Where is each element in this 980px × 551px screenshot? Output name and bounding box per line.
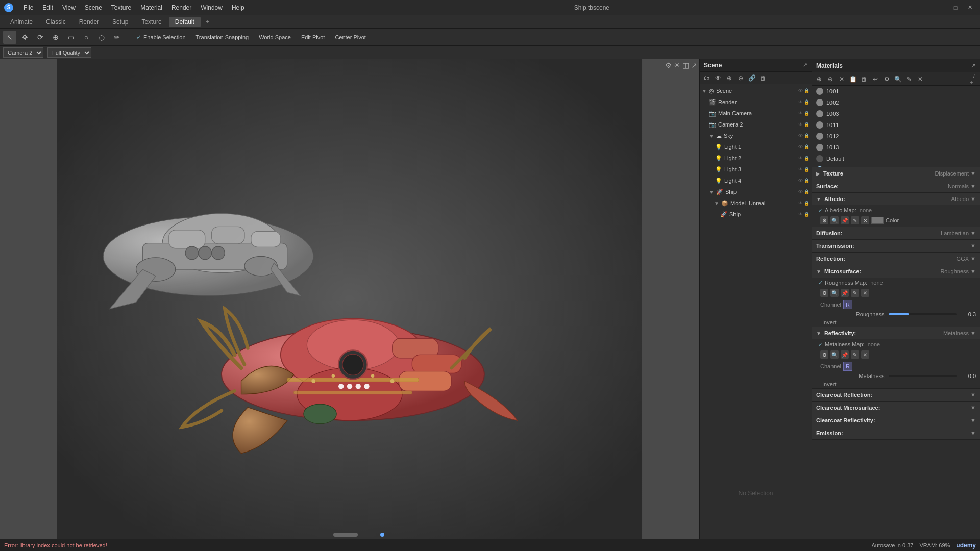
scene-node-light1[interactable]: 💡 Light 1 👁🔒 [700, 141, 812, 153]
move-tool[interactable]: ✥ [18, 31, 32, 44]
transmission-value[interactable]: ▼ [970, 243, 976, 249]
menu-render[interactable]: Render [167, 3, 195, 12]
clearcoat-reflection-header[interactable]: Clearcoat Reflection: ▼ [812, 389, 980, 401]
roughness-ctrl-settings[interactable]: ⚙ [820, 289, 828, 297]
mat-tool-edit[interactable]: ✎ [904, 74, 914, 84]
tab-add[interactable]: + [202, 17, 213, 27]
texture-section-header[interactable]: ▶ Texture Displacement ▼ [812, 167, 980, 180]
texture-dropdown[interactable]: Displacement ▼ [935, 170, 976, 177]
mat-item-1001[interactable]: 1001 [812, 86, 980, 97]
mat-tool-add[interactable]: ⊕ [814, 74, 824, 84]
scene-tool-link[interactable]: 🔗 [747, 73, 757, 83]
albedo-ctrl-pin[interactable]: 📌 [841, 216, 849, 224]
metalness-bar[interactable] [889, 375, 957, 377]
reflectivity-value[interactable]: Metalness ▼ [943, 330, 976, 336]
scroll-track[interactable] [315, 533, 376, 537]
menu-edit[interactable]: Edit [38, 3, 57, 12]
mat-item-1003[interactable]: 1003 [812, 108, 980, 119]
paint-tool[interactable]: ✏ [110, 31, 124, 44]
roughness-ctrl-clear[interactable]: ✕ [861, 289, 869, 297]
metalness-ctrl-settings[interactable]: ⚙ [820, 350, 828, 359]
mat-item-default[interactable]: Default [812, 153, 980, 164]
roughness-ctrl-pin[interactable]: 📌 [841, 289, 849, 297]
albedo-value[interactable]: Albedo ▼ [951, 196, 976, 202]
scene-node-light4[interactable]: 💡 Light 4 👁🔒 [700, 175, 812, 186]
menu-file[interactable]: File [19, 3, 37, 12]
translation-snapping-button[interactable]: Translation Snapping [192, 33, 253, 42]
scene-node-render[interactable]: 🎬 Render 👁🔒 [700, 96, 812, 108]
roughness-channel-value[interactable]: R [843, 300, 852, 309]
surface-value[interactable]: Normals ▼ [948, 183, 976, 189]
mat-item-1002[interactable]: 1002 [812, 97, 980, 108]
world-space-button[interactable]: World Space [255, 33, 295, 42]
mat-tool-remove[interactable]: ⊖ [825, 74, 836, 84]
albedo-ctrl-edit[interactable]: ✎ [851, 216, 859, 224]
mat-item-1011[interactable]: 1011 [812, 119, 980, 131]
reflection-section-header[interactable]: Reflection: GGX ▼ [812, 253, 980, 265]
scene-node-light2[interactable]: 💡 Light 2 👁🔒 [700, 153, 812, 164]
mat-tool-search[interactable]: 🔍 [893, 74, 903, 84]
tab-animate[interactable]: Animate [4, 17, 39, 27]
materials-expand-icon[interactable]: ↗ [971, 62, 976, 69]
quality-select[interactable]: Full Quality [47, 47, 91, 58]
transmission-section-header[interactable]: Transmission: ▼ [812, 240, 980, 252]
clearcoat-reflection-dropdown[interactable]: ▼ [970, 392, 976, 398]
mat-tool-copy[interactable]: 📋 [848, 74, 858, 84]
surface-section-header[interactable]: Surface: Normals ▼ [812, 180, 980, 192]
metalness-ctrl-clear[interactable]: ✕ [861, 350, 869, 359]
clearcoat-reflectivity-dropdown[interactable]: ▼ [970, 417, 976, 423]
mat-tool-close[interactable]: ✕ [837, 74, 847, 84]
menu-scene[interactable]: Scene [81, 3, 106, 12]
emission-dropdown[interactable]: ▼ [970, 430, 976, 436]
albedo-ctrl-search[interactable]: 🔍 [830, 216, 839, 224]
viewport-settings-icon[interactable]: ⚙ [665, 61, 672, 69]
scene-node-sky[interactable]: ▼ ☁ Sky 👁🔒 [700, 130, 812, 141]
scene-tool-add[interactable]: ⊕ [724, 73, 734, 83]
scene-tool-eye[interactable]: 👁 [713, 73, 723, 83]
metalness-ctrl-edit[interactable]: ✎ [851, 350, 859, 359]
clearcoat-microsurface-header[interactable]: Clearcoat Microsurface: ▼ [812, 402, 980, 414]
diffusion-section-header[interactable]: Diffusion: Lambertian ▼ [812, 227, 980, 239]
metalness-ctrl-search[interactable]: 🔍 [830, 350, 839, 359]
edit-pivot-button[interactable]: Edit Pivot [297, 33, 329, 42]
albedo-color-swatch[interactable] [871, 217, 884, 224]
roughness-bar[interactable] [889, 313, 957, 315]
scene-node-light3[interactable]: 💡 Light 3 👁🔒 [700, 164, 812, 175]
mat-tool-undo[interactable]: ↩ [870, 74, 880, 84]
viewport-split-icon[interactable]: ◫ [682, 61, 689, 69]
minimize-button[interactable]: ─ [935, 3, 947, 13]
tab-classic[interactable]: Classic [40, 17, 72, 27]
viewport[interactable]: ⚙ ☀ ◫ ↗ [0, 59, 699, 539]
menu-window[interactable]: Window [197, 3, 227, 12]
lasso-tool[interactable]: ◌ [95, 31, 108, 44]
center-pivot-button[interactable]: Center Pivot [331, 33, 370, 42]
albedo-ctrl-settings[interactable]: ⚙ [820, 216, 828, 224]
viewport-light-icon[interactable]: ☀ [674, 61, 680, 69]
enable-selection-button[interactable]: ✓ Enable Selection [132, 32, 190, 42]
mat-item-1012[interactable]: 1012 [812, 131, 980, 142]
menu-view[interactable]: View [58, 3, 80, 12]
camera-select[interactable]: Camera 2 [3, 47, 43, 58]
mat-tool-x[interactable]: ✕ [915, 74, 925, 84]
scene-tool-remove[interactable]: ⊖ [736, 73, 746, 83]
scene-tool-trash[interactable]: 🗑 [758, 73, 768, 83]
mat-tool-settings[interactable]: ⚙ [881, 74, 892, 84]
tab-render[interactable]: Render [73, 17, 105, 27]
albedo-ctrl-clear[interactable]: ✕ [861, 216, 869, 224]
menu-texture[interactable]: Texture [107, 3, 135, 12]
tab-setup[interactable]: Setup [106, 17, 134, 27]
tab-default[interactable]: Default [169, 17, 201, 27]
mat-tool-trash[interactable]: 🗑 [859, 74, 869, 84]
rotate-tool[interactable]: ⟳ [34, 31, 47, 44]
rect-select-tool[interactable]: ▭ [64, 31, 78, 44]
clearcoat-microsurface-dropdown[interactable]: ▼ [970, 405, 976, 411]
microsurface-value[interactable]: Roughness ▼ [940, 268, 976, 274]
tab-texture[interactable]: Texture [135, 17, 167, 27]
viewport-scrollbar[interactable] [315, 533, 384, 537]
menu-help[interactable]: Help [228, 3, 249, 12]
menu-material[interactable]: Material [136, 3, 166, 12]
viewport-expand-icon[interactable]: ↗ [691, 61, 697, 69]
mat-item-1013[interactable]: 1013 [812, 142, 980, 153]
close-button[interactable]: ✕ [964, 3, 976, 13]
scene-expand-icon[interactable]: ↗ [803, 62, 807, 68]
